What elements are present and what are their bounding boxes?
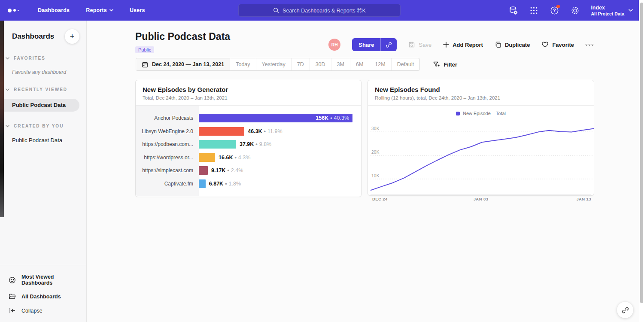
page-title: Public Podcast Data xyxy=(135,31,230,43)
folder-icon xyxy=(9,293,16,300)
bar-row: Captivate.fm6.87K•1.8% xyxy=(136,177,361,191)
nav-link-users[interactable]: Users xyxy=(130,7,145,13)
sidebar-title: Dashboards xyxy=(12,32,54,41)
report-card-new-episodes-by-generator[interactable]: New Episodes by Generator Total, Dec 24t… xyxy=(135,80,361,197)
favorites-empty-hint: Favorite any dashboard xyxy=(0,69,86,75)
bar-category-label: https://simplecast.com xyxy=(136,167,199,173)
navbar-right: ? Index All Project Data xyxy=(508,0,633,21)
more-options-button[interactable] xyxy=(586,42,593,47)
duplicate-button[interactable]: Duplicate xyxy=(495,41,530,48)
bar-row: https://simplecast.com9.17K•2.4% xyxy=(136,164,361,177)
save-icon xyxy=(408,41,415,48)
nav-link-label: Reports xyxy=(86,7,107,13)
y-axis-tick-label: 10K xyxy=(371,173,380,178)
date-preset-default[interactable]: Default xyxy=(392,58,420,70)
date-preset-12m[interactable]: 12M xyxy=(369,58,391,70)
report-title: New Episodes by Generator xyxy=(143,86,354,93)
line-chart: 10K20K30K xyxy=(371,119,591,194)
search-icon xyxy=(273,7,279,13)
nav-link-label: Dashboards xyxy=(38,7,70,13)
notification-dot xyxy=(556,5,560,8)
nav-link-reports[interactable]: Reports xyxy=(86,7,113,13)
nav-link-dashboards[interactable]: Dashboards xyxy=(38,7,70,13)
page-scrollbar[interactable] xyxy=(639,0,644,322)
svg-text:?: ? xyxy=(553,8,556,13)
apps-grid-icon[interactable] xyxy=(529,6,538,15)
bar[interactable] xyxy=(199,140,236,149)
visibility-badge: Public xyxy=(135,46,154,53)
scrollbar-thumb[interactable] xyxy=(640,3,643,303)
plus-icon: + xyxy=(70,32,75,41)
bar-category-label: Captivate.fm xyxy=(136,181,199,187)
date-preset-30d[interactable]: 30D xyxy=(310,58,331,70)
calendar-icon xyxy=(142,61,148,68)
date-range-button[interactable]: Dec 24, 2020 — Jan 13, 2021 xyxy=(136,58,230,70)
most-viewed-dashboards-button[interactable]: Most Viewed Dashboards xyxy=(0,270,86,289)
line-series[interactable] xyxy=(371,128,594,190)
bar-row: https://podbean.com...37.9K•9.8% xyxy=(136,138,361,151)
bar-category-label: https://podbean.com... xyxy=(136,141,199,147)
favorite-label: Favorite xyxy=(552,42,574,48)
share-button-label[interactable]: Share xyxy=(352,38,381,51)
report-subtitle: Total, Dec 24th, 2020 – Jan 13th, 2021 xyxy=(143,95,354,100)
save-button[interactable]: Save xyxy=(408,41,431,48)
report-subtitle: Rolling (12 hours), total, Dec 24th, 202… xyxy=(375,95,587,100)
chevron-down-icon xyxy=(6,57,9,60)
bar[interactable] xyxy=(199,127,244,136)
section-recently-viewed[interactable]: RECENTLY VIEWED xyxy=(0,87,86,92)
bar[interactable]: 156K•40.3% xyxy=(199,114,352,122)
share-button[interactable]: Share xyxy=(352,38,397,51)
bar-value-label: 16.6K•4.3% xyxy=(219,155,250,161)
bar-category-label: Anchor Podcasts xyxy=(136,115,199,121)
settings-gear-icon[interactable] xyxy=(570,6,580,15)
bar[interactable] xyxy=(199,179,206,188)
add-report-label: Add Report xyxy=(453,42,483,48)
help-icon[interactable]: ? xyxy=(550,6,559,15)
date-preset-3m[interactable]: 3M xyxy=(331,58,350,70)
copy-link-button[interactable] xyxy=(381,38,397,51)
x-axis-tick-label: DEC 24 xyxy=(372,197,388,201)
report-card-new-episodes-found[interactable]: New Episodes Found Rolling (12 hours), t… xyxy=(368,80,594,196)
smiley-icon xyxy=(9,276,16,284)
section-favorites[interactable]: FAVORITES xyxy=(0,56,86,61)
avatar[interactable]: RH xyxy=(328,39,340,51)
legend-label: New Episode – Total xyxy=(463,111,506,116)
heart-icon xyxy=(541,41,549,48)
date-range-control: Dec 24, 2020 — Jan 13, 2021 TodayYesterd… xyxy=(136,58,420,71)
date-preset-6m[interactable]: 6M xyxy=(350,58,369,70)
bar[interactable] xyxy=(199,153,215,162)
bar-category-label: Libsyn WebEngine 2.0 xyxy=(136,128,199,134)
floating-copy-link-button[interactable] xyxy=(617,302,633,318)
x-axis-tick-label: JAN 03 xyxy=(474,197,489,201)
bar[interactable] xyxy=(199,166,208,175)
filter-button[interactable]: Filter xyxy=(433,61,457,68)
nav-links: Dashboards Reports Users xyxy=(38,7,145,13)
data-sources-icon[interactable] xyxy=(508,6,518,15)
y-axis-tick-label: 30K xyxy=(371,126,380,131)
bar-row: Anchor Podcasts156K•40.3% xyxy=(136,112,361,125)
favorite-button[interactable]: Favorite xyxy=(541,41,574,48)
chevron-down-icon xyxy=(109,9,113,12)
footer-item-label: Most Viewed Dashboards xyxy=(21,274,86,286)
sidebar-item-public-podcast-data[interactable]: Public Podcast Data xyxy=(0,137,86,143)
date-preset-yesterday[interactable]: Yesterday xyxy=(256,58,292,70)
date-preset-7d[interactable]: 7D xyxy=(292,58,310,70)
workspace-switcher[interactable]: Index All Project Data xyxy=(591,5,633,16)
search-input[interactable]: Search Dashboards & Reports ⌘K xyxy=(238,4,401,17)
date-range-label: Dec 24, 2020 — Jan 13, 2021 xyxy=(152,61,224,67)
collapse-sidebar-button[interactable]: Collapse xyxy=(0,304,86,318)
chevron-down-icon xyxy=(6,125,9,128)
date-preset-today[interactable]: Today xyxy=(230,58,256,70)
chevron-down-icon xyxy=(6,88,9,91)
y-axis-tick-label: 20K xyxy=(371,150,380,155)
all-dashboards-button[interactable]: All Dashboards xyxy=(0,289,86,304)
brand-logo-icon[interactable] xyxy=(8,9,25,12)
bar-category-label: https://wordpress.or... xyxy=(136,155,199,161)
sidebar-item-public-podcast-data[interactable]: Public Podcast Data xyxy=(0,99,79,112)
workspace-scope: All Project Data xyxy=(591,11,624,16)
link-icon xyxy=(622,307,629,314)
add-report-button[interactable]: Add Report xyxy=(443,42,483,48)
bar-row: https://wordpress.or...16.6K•4.3% xyxy=(136,151,361,164)
section-created-by-you[interactable]: CREATED BY YOU xyxy=(0,124,86,128)
add-dashboard-button[interactable]: + xyxy=(65,29,79,44)
